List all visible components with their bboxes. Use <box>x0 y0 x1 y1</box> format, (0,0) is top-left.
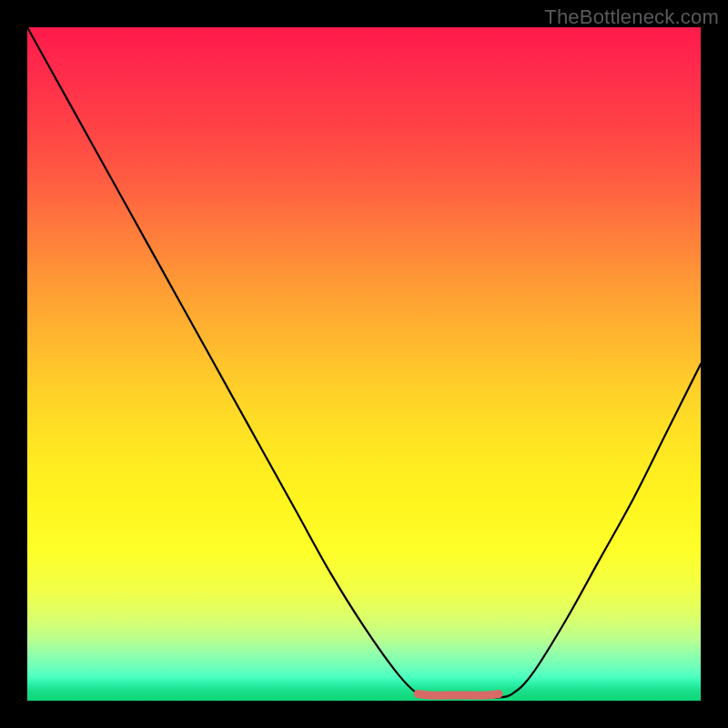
chart-container: TheBottleneck.com <box>0 0 728 728</box>
plot-area <box>27 27 701 701</box>
watermark-text: TheBottleneck.com <box>544 5 719 29</box>
curve-svg <box>27 27 701 701</box>
marker-segment-path <box>418 694 499 696</box>
main-curve-path <box>27 27 701 698</box>
